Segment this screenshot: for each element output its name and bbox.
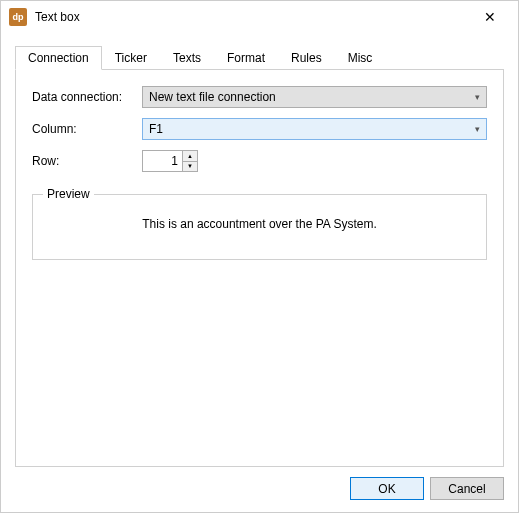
- dialog-content: Connection Ticker Texts Format Rules Mis…: [1, 33, 518, 513]
- tab-rules[interactable]: Rules: [278, 46, 335, 70]
- label-row: Row:: [32, 154, 142, 168]
- close-button[interactable]: ✕: [470, 3, 510, 31]
- fieldset-preview: Preview This is an accountment over the …: [32, 194, 487, 260]
- tab-ticker[interactable]: Ticker: [102, 46, 160, 70]
- row-row: Row: ▲ ▼: [32, 150, 487, 172]
- spinner-up-button[interactable]: ▲: [183, 151, 197, 162]
- label-column: Column:: [32, 122, 142, 136]
- spinner-row: ▲ ▼: [142, 150, 198, 172]
- dropdown-column-value: F1: [149, 122, 163, 136]
- ok-button[interactable]: OK: [350, 477, 424, 500]
- preview-text: This is an accountment over the PA Syste…: [43, 217, 476, 231]
- spinner-buttons: ▲ ▼: [182, 150, 198, 172]
- spinner-down-button[interactable]: ▼: [183, 162, 197, 172]
- tabstrip: Connection Ticker Texts Format Rules Mis…: [15, 45, 504, 69]
- input-row[interactable]: [142, 150, 182, 172]
- label-data-connection: Data connection:: [32, 90, 142, 104]
- dropdown-data-connection[interactable]: New text file connection ▾: [142, 86, 487, 108]
- dropdown-data-connection-value: New text file connection: [149, 90, 276, 104]
- tab-format[interactable]: Format: [214, 46, 278, 70]
- legend-preview: Preview: [43, 187, 94, 201]
- chevron-down-icon: ▾: [475, 92, 480, 102]
- chevron-down-icon: ▾: [475, 124, 480, 134]
- cancel-button[interactable]: Cancel: [430, 477, 504, 500]
- tab-texts[interactable]: Texts: [160, 46, 214, 70]
- app-icon: dp: [9, 8, 27, 26]
- tab-misc[interactable]: Misc: [335, 46, 386, 70]
- dropdown-column[interactable]: F1 ▾: [142, 118, 487, 140]
- tabpanel-connection: Data connection: New text file connectio…: [15, 69, 504, 467]
- tab-connection[interactable]: Connection: [15, 46, 102, 70]
- row-column: Column: F1 ▾: [32, 118, 487, 140]
- row-data-connection: Data connection: New text file connectio…: [32, 86, 487, 108]
- titlebar: dp Text box ✕: [1, 1, 518, 33]
- window-title: Text box: [35, 10, 470, 24]
- dialog-footer: OK Cancel: [15, 467, 504, 500]
